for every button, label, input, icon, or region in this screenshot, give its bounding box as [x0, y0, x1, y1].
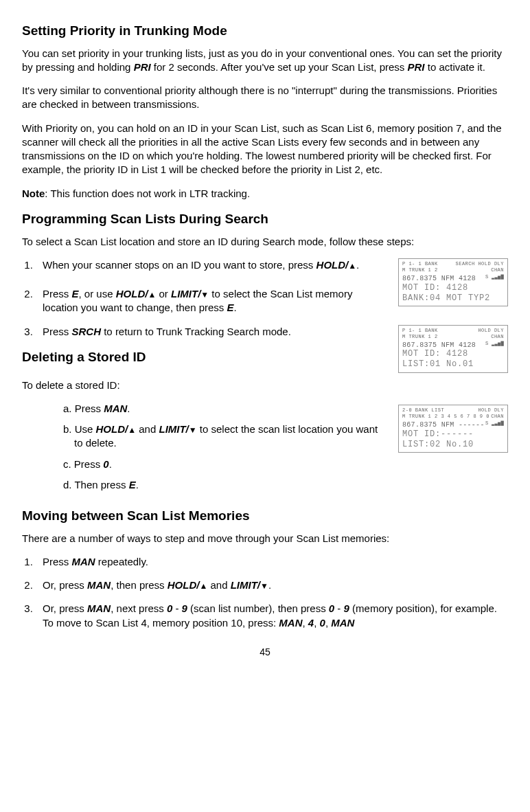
keyword-four: 4: [308, 617, 314, 629]
triangle-down-icon: [260, 579, 268, 591]
text: , or use: [79, 288, 116, 300]
keyword-man: MAN: [87, 602, 111, 614]
lcd-text: LIST:02 No.10: [402, 440, 504, 449]
lcd-text: MOT ID:------: [402, 430, 504, 439]
text: and: [136, 423, 159, 435]
lcd-text: SEARCH HOLD DLY: [455, 262, 504, 267]
text: d. Then press: [63, 479, 129, 490]
text: Or, press: [43, 579, 87, 591]
note-label: Note: [22, 188, 45, 199]
text: When your scanner stops on an ID you wan…: [43, 259, 316, 271]
keyword-limit: LIMIT/: [231, 579, 260, 591]
text: .: [136, 479, 139, 490]
steps-list: Press MAN repeatedly. Or, press MAN, the…: [22, 555, 508, 630]
triangle-up-icon: [348, 259, 356, 271]
text: , then press: [111, 579, 168, 591]
text: to return to Trunk Tracking Search mode.: [101, 326, 291, 337]
sub-step-c: c. Press 0.: [63, 458, 508, 471]
text: Press: [43, 288, 72, 300]
keyword-pri: PRI: [408, 61, 425, 73]
heading-programming-scan-lists: Programming Scan Lists During Search: [22, 210, 508, 228]
keyword-nine: 9: [182, 602, 187, 614]
signal-icon: S ▂▃▅▇: [485, 275, 504, 282]
page-number: 45: [0, 646, 530, 659]
keyword-hold: HOLD/: [116, 288, 148, 300]
text: (scan list number), then press: [187, 602, 329, 614]
text: and: [207, 579, 230, 591]
text: for 2 seconds. After you've set up your …: [151, 61, 408, 73]
text: Press: [43, 326, 72, 337]
note: Note: This function does not work in LTR…: [22, 187, 508, 201]
lcd-text: HOLD DLY: [478, 408, 504, 414]
triangle-up-icon: [148, 288, 156, 300]
paragraph: With Priority on, you can hold on an ID …: [22, 122, 508, 177]
lcd-text: P 1- 1 BANK: [402, 328, 438, 334]
text: a. Press: [63, 403, 104, 414]
note-text: : This function does not work in LTR tra…: [45, 188, 250, 199]
text: ,: [325, 617, 331, 629]
keyword-man: MAN: [279, 617, 302, 629]
lcd-text: LIST:01 No.01: [402, 360, 504, 369]
heading-moving-between-memories: Moving between Scan List Memories: [22, 507, 508, 525]
keyword-e: E: [72, 288, 79, 300]
lcd-text: M TRUNK 1 2 3 4 5 6 7 8 9 0: [402, 414, 489, 420]
sub-step-d: d. Then press E.: [63, 478, 508, 492]
lcd-text: MOT ID: 4128: [402, 284, 504, 293]
text: ,: [314, 617, 319, 629]
keyword-man: MAN: [331, 617, 354, 629]
text: b. Use: [63, 423, 96, 435]
text: -: [172, 602, 181, 614]
text: Or, press: [43, 602, 87, 614]
lcd-display-3: 2-0 BANK LISTHOLD DLY M TRUNK 1 2 3 4 5 …: [398, 405, 508, 453]
lcd-text: CHAN: [491, 335, 504, 340]
keyword-pri: PRI: [134, 61, 151, 73]
text: or: [156, 288, 171, 300]
keyword-e: E: [227, 302, 234, 313]
keyword-man: MAN: [87, 579, 111, 591]
keyword-hold: HOLD/: [96, 423, 128, 435]
lcd-text: 867.8375 NFM ------: [402, 421, 485, 429]
step-3: Or, press MAN, next press 0 - 9 (scan li…: [36, 602, 508, 630]
lcd-display-2: P 1- 1 BANKHOLD DLY M TRUNK 1 2CHAN 867.…: [398, 325, 508, 373]
keyword-hold: HOLD/: [168, 579, 200, 591]
text: .: [356, 259, 359, 271]
lcd-text: CHAN: [491, 414, 504, 420]
keyword-e: E: [129, 479, 136, 490]
signal-icon: S ▂▃▅▇: [485, 341, 504, 349]
lcd-display-1: P 1- 1 BANKSEARCH HOLD DLY M TRUNK 1 2CH…: [398, 258, 508, 306]
paragraph: There are a number of ways to step and m…: [22, 532, 508, 545]
keyword-limit: LIMIT/: [159, 423, 188, 435]
text: Press: [43, 556, 72, 567]
lcd-text: P 1- 1 BANK: [402, 262, 438, 267]
triangle-up-icon: [199, 579, 207, 591]
paragraph: To delete a stored ID:: [22, 379, 508, 392]
paragraph: To select a Scan List location and store…: [22, 235, 508, 249]
triangle-up-icon: [128, 423, 136, 435]
text: repeatedly.: [95, 556, 148, 567]
keyword-limit: LIMIT/: [171, 288, 200, 300]
step-1: Press MAN repeatedly.: [36, 555, 508, 569]
lcd-text: M TRUNK 1 2: [402, 335, 438, 340]
keyword-nine: 9: [344, 602, 349, 614]
paragraph: It's very similar to conventional priori…: [22, 84, 508, 112]
text: , next press: [111, 602, 167, 614]
text: .: [127, 403, 130, 414]
lcd-text: HOLD DLY: [478, 328, 504, 334]
step-2: Or, press MAN, then press HOLD/ and LIMI…: [36, 578, 508, 592]
lcd-text: CHAN: [491, 268, 504, 273]
text: .: [109, 458, 112, 470]
text: c. Press: [63, 458, 103, 470]
lcd-text: M TRUNK 1 2: [402, 268, 438, 273]
text: -: [334, 602, 343, 614]
paragraph: You can set priority in your trunking li…: [22, 47, 508, 75]
keyword-zero: 0: [320, 617, 325, 629]
text: to activate it.: [425, 61, 485, 73]
keyword-srch: SRCH: [72, 326, 102, 337]
text: .: [268, 579, 271, 591]
keyword-hold: HOLD/: [316, 259, 349, 271]
keyword-man: MAN: [72, 556, 95, 567]
lcd-text: MOT ID: 4128: [402, 350, 504, 359]
keyword-zero: 0: [103, 458, 108, 470]
keyword-zero: 0: [329, 602, 334, 614]
signal-icon: S ▂▃▅▇: [485, 421, 504, 429]
